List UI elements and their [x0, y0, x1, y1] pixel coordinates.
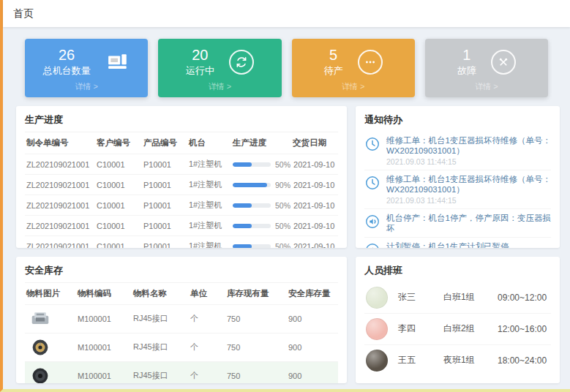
progress-cell: 90%	[231, 176, 292, 194]
production-row: ZL202109021001C10001P100011#注塑机50%2021-0…	[25, 215, 338, 235]
inventory-table-body: M100001RJ45接口个750900M100001RJ45接口个750900…	[25, 304, 338, 383]
inventory-table-header: 物料图片物料编码物料名称单位库存现有量安全库存量	[25, 282, 338, 304]
staff-time: 18:00~24:00	[498, 355, 550, 366]
stat-card-label: 总机台数量	[43, 64, 91, 78]
production-progress-panel: 生产进度 制令单编号客户编号产品编号机台生产进度交货日期 ZL202109021…	[16, 106, 347, 248]
stat-card-value: 1	[462, 47, 470, 63]
progress-bar	[233, 183, 271, 187]
notification-item[interactable]: 维修工单：机台1变压器损坏待维修（单号：WX202109031001）2021.…	[364, 132, 551, 170]
delivery-date-cell: 2021-09-10	[292, 197, 339, 214]
notification-item[interactable]: 维修工单：机台1变压器损坏待维修（单号：WX202109031001）2021.…	[364, 170, 551, 208]
production-progress-title: 生产进度	[25, 112, 338, 132]
product-no-cell: P10001	[142, 238, 187, 248]
speaker-icon	[364, 242, 380, 248]
round-connector-image	[26, 338, 54, 357]
product-no-cell: P10001	[142, 217, 187, 235]
material-name-cell: RJ45接口	[132, 337, 189, 357]
column-header: 产品编号	[142, 132, 187, 154]
production-row: ZL202109021001C10001P100011#注塑机50%2021-0…	[25, 195, 338, 215]
customer-no-cell: C10001	[95, 238, 142, 248]
notification-item[interactable]: 计划暂停：机台1生产计划已暂停2021.09.03 11:44:15	[364, 237, 551, 248]
progress-cell: 50%	[231, 197, 292, 214]
waiting-icon	[358, 50, 383, 75]
production-row: ZL202109021001C10001P100011#注塑机90%2021-0…	[25, 174, 338, 195]
stat-card-value: 20	[192, 47, 208, 63]
progress-bar-fill	[233, 183, 267, 187]
material-image-cell	[25, 362, 76, 383]
staff-row: 王五夜班1组18:00~24:00	[364, 344, 551, 376]
stat-card-label: 运行中	[186, 64, 214, 78]
right-column: 通知待办 维修工单：机台1变压器损坏待维修（单号：WX202109031001）…	[356, 106, 560, 383]
unit-cell: 个	[189, 309, 225, 328]
notification-list: 维修工单：机台1变压器损坏待维修（单号：WX202109031001）2021.…	[364, 132, 551, 248]
main-content: 生产进度 制令单编号客户编号产品编号机台生产进度交货日期 ZL202109021…	[3, 97, 570, 389]
machine-cell: 1#注塑机	[187, 236, 231, 248]
delivery-date-cell: 2021-09-10	[292, 238, 339, 248]
detail-link[interactable]: 详情 >	[432, 80, 541, 94]
notification-time: 2021.09.03 11:44:15	[386, 157, 551, 166]
order-no-cell: ZL202109021001	[25, 197, 95, 214]
stock-cell: 750	[225, 310, 287, 328]
stat-card-main: 5待产	[299, 45, 408, 80]
stat-cards: 26总机台数量详情 >20运行中详情 >5待产详情 >1故障详情 >	[3, 27, 570, 97]
page-title: 首页	[13, 7, 34, 20]
clock-icon	[364, 175, 380, 191]
progress-cell: 50%	[231, 238, 292, 248]
progress-bar-fill	[233, 244, 252, 248]
progress-cell: 50%	[231, 217, 292, 235]
detail-link[interactable]: 详情 >	[165, 80, 274, 94]
column-header: 库存现有量	[225, 283, 287, 304]
rj45-connector-image	[26, 309, 54, 328]
unit-cell: 个	[189, 366, 225, 383]
avatar	[366, 287, 388, 309]
detail-link[interactable]: 详情 >	[32, 80, 140, 94]
notification-text[interactable]: 维修工单：机台1变压器损坏待维修（单号：WX202109031001）	[386, 135, 551, 156]
machine-cell: 1#注塑机	[187, 154, 231, 174]
notification-text[interactable]: 计划暂停：机台1生产计划已暂停	[386, 241, 551, 248]
stock-cell: 750	[225, 367, 287, 383]
material-image-cell	[25, 333, 76, 361]
stat-card-running: 20运行中详情 >	[158, 39, 281, 97]
notification-item[interactable]: 机台停产：机台1停产，停产原因：变压器损坏	[364, 208, 551, 237]
notification-body: 维修工单：机台1变压器损坏待维修（单号：WX202109031001）2021.…	[386, 174, 551, 205]
progress-bar	[233, 224, 271, 228]
staff-time: 09:00~12:00	[498, 293, 550, 303]
stat-card-value: 26	[59, 47, 75, 63]
tools-icon	[491, 50, 516, 75]
notifications-title: 通知待办	[364, 112, 551, 132]
staff-row: 李四白班2组12:00~16:00	[364, 313, 551, 344]
stat-card-main: 26总机台数量	[32, 45, 140, 80]
machine-cell: 1#注塑机	[187, 195, 231, 215]
customer-no-cell: C10001	[95, 156, 142, 173]
notification-text[interactable]: 机台停产：机台1停产，停产原因：变压器损坏	[386, 213, 551, 233]
notification-text[interactable]: 维修工单：机台1变压器损坏待维修（单号：WX202109031001）	[386, 174, 551, 195]
staff-shift: 白班1组	[443, 291, 498, 304]
detail-link[interactable]: 详情 >	[299, 80, 408, 94]
inventory-row: M100001RJ45接口个750900	[25, 361, 338, 383]
staff-name: 李四	[398, 323, 443, 335]
order-no-cell: ZL202109021001	[25, 176, 95, 194]
stat-card-label: 待产	[324, 64, 343, 78]
staff-schedule-panel: 人员排班 张三白班1组09:00~12:00李四白班2组12:00~16:00王…	[356, 257, 560, 383]
progress-bar	[233, 162, 271, 167]
customer-no-cell: C10001	[95, 176, 142, 194]
notification-body: 机台停产：机台1停产，停产原因：变压器损坏	[386, 213, 551, 233]
column-header: 制令单编号	[25, 132, 95, 154]
production-row: ZL202109021001C10001P100011#注塑机50%2021-0…	[25, 154, 338, 174]
unit-cell: 个	[189, 337, 225, 357]
column-header: 交货日期	[291, 132, 338, 154]
stat-card-text: 5待产	[324, 47, 343, 78]
material-code-cell: M100001	[76, 339, 132, 356]
production-row: ZL202109021001C10001P100011#注塑机50%2021-0…	[25, 235, 338, 248]
customer-no-cell: C10001	[95, 197, 142, 214]
machine-cell: 1#注塑机	[187, 216, 231, 235]
material-image-cell	[25, 305, 76, 333]
column-header: 单位	[189, 283, 225, 304]
safety-stock-panel: 安全库存 物料图片物料编码物料名称单位库存现有量安全库存量 M100001RJ4…	[16, 257, 347, 383]
inventory-row: M100001RJ45接口个750900	[25, 333, 338, 361]
staff-row: 张三白班1组09:00~12:00	[364, 282, 551, 313]
column-header: 机台	[187, 132, 231, 154]
column-header: 安全库存量	[287, 283, 338, 304]
safety-stock-cell: 900	[287, 339, 338, 356]
stat-card-fault: 1故障详情 >	[425, 39, 548, 97]
